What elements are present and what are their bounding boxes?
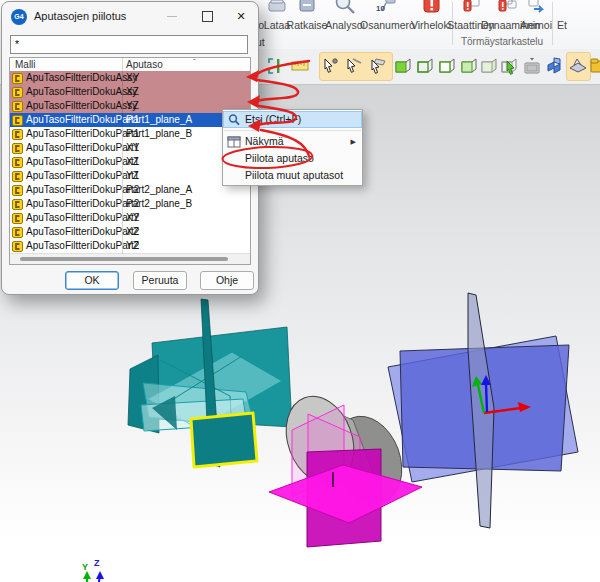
fit-view-icon[interactable]: [265, 56, 285, 76]
view-axis-triad: Y Z: [82, 558, 104, 582]
table-header[interactable]: Malli Aputaso ˆ: [10, 58, 250, 72]
library-icon[interactable]: [590, 56, 600, 76]
menu-item-find[interactable]: Etsi (Ctrl+F): [223, 111, 362, 128]
view-visible-edges-icon[interactable]: [437, 56, 457, 76]
plane-name: Part2_plane_A: [126, 183, 192, 197]
display-options-icon[interactable]: [522, 56, 542, 76]
reference-plane-icon: [12, 241, 23, 252]
cancel-button[interactable]: Peruuta: [133, 271, 187, 290]
menu-item-hide-other-planes[interactable]: Piilota muut aputasot: [223, 167, 362, 184]
menu-item-view[interactable]: Näkymä ▶: [223, 133, 362, 150]
teal-plane-group: [128, 299, 292, 467]
view-hidden-edges-icon[interactable]: [415, 56, 435, 76]
plane-name: XZ: [126, 225, 139, 239]
table-row[interactable]: ApuTasoFiltteriDokuPart2 XY: [10, 211, 250, 225]
dialog-title: Aputasojen piilotus: [34, 10, 126, 22]
search-icon: [227, 113, 241, 126]
column-header-aputaso[interactable]: Aputaso: [126, 59, 163, 70]
reference-plane-icon: [12, 87, 23, 98]
plane-table-body: ApuTasoFiltteriDokuAssy XY ApuTasoFiltte…: [10, 71, 250, 254]
view-shaded-edges-icon[interactable]: [459, 56, 479, 76]
ribbon-button-partial-right[interactable]: Et: [557, 19, 599, 31]
sort-indicator: ˆ: [193, 57, 196, 66]
plane-name: Part1_plane_B: [126, 127, 192, 141]
analyze-magnifier-icon: [333, 0, 357, 16]
model-name: ApuTasoFiltteriDokuAssy: [26, 71, 137, 85]
app-icon: G4: [11, 9, 27, 25]
reference-plane-icon: [12, 115, 23, 126]
table-row[interactable]: ApuTasoFiltteriDokuPart1 XY: [10, 141, 250, 155]
table-row[interactable]: ApuTasoFiltteriDokuAssy XZ: [10, 85, 250, 99]
view-shaded-icon[interactable]: [479, 56, 499, 76]
plane-name: XZ: [126, 155, 139, 169]
select-from-graphics-icon[interactable]: [499, 56, 519, 76]
ribbon-button-animoi[interactable]: Animoi: [516, 0, 556, 32]
select-edge-icon[interactable]: [344, 56, 364, 76]
view-grid-icon: [227, 135, 241, 148]
dialog-titlebar[interactable]: G4 Aputasojen piilotus ✕: [2, 2, 258, 32]
model-name: ApuTasoFiltteriDokuAssy: [26, 85, 137, 99]
view-wireframe-icon[interactable]: [393, 56, 413, 76]
table-row[interactable]: ApuTasoFiltteriDokuPart1 XZ: [10, 155, 250, 169]
solve-icon: [296, 0, 318, 16]
blue-plane-group: [388, 293, 578, 528]
svg-text:10: 10: [376, 4, 385, 13]
table-row[interactable]: ApuTasoFiltteriDokuPart2 Part2_plane_B: [10, 197, 250, 211]
table-row[interactable]: ApuTasoFiltteriDokuPart2 YZ: [10, 239, 250, 253]
column-header-malli[interactable]: Malli: [15, 59, 36, 70]
menu-separator: [224, 130, 361, 131]
ribbon-group-label: Törmäystarkastelu: [452, 36, 552, 47]
reference-plane-icon: [12, 227, 23, 238]
maximize-button[interactable]: [196, 6, 218, 26]
help-button[interactable]: Ohje: [200, 271, 254, 290]
sheet-step-icon[interactable]: [545, 56, 565, 76]
reference-plane-icon: [12, 101, 23, 112]
table-row[interactable]: ApuTasoFiltteriDokuPart1 YZ: [10, 169, 250, 183]
horizontal-scrollbar[interactable]: [10, 253, 250, 264]
menu-item-hide-plane[interactable]: Piilota aputaso: [223, 150, 362, 167]
reference-plane-icon: [12, 199, 23, 210]
plane-name: YZ: [126, 169, 139, 183]
reference-plane-icon: [12, 157, 23, 168]
ok-button[interactable]: OK: [65, 271, 119, 290]
ribbon-separator: [552, 2, 553, 45]
select-vertex-icon[interactable]: [321, 56, 341, 76]
filter-input[interactable]: [10, 35, 248, 54]
reference-plane-icon: [12, 129, 23, 140]
plane-name: Part1_plane_A: [126, 113, 192, 127]
reference-plane-icon: [12, 213, 23, 224]
minimize-button[interactable]: [162, 6, 184, 26]
table-row[interactable]: ApuTasoFiltteriDokuPart1 Part1_plane_A: [10, 113, 250, 127]
plane-name: XY: [126, 141, 139, 155]
scrollbar-thumb[interactable]: [20, 257, 228, 261]
table-row[interactable]: ApuTasoFiltteriDokuAssy XY: [10, 71, 250, 85]
animate-icon: [525, 0, 547, 16]
plane-name: Part2_plane_B: [126, 197, 192, 211]
column-divider: [122, 58, 123, 254]
table-row[interactable]: ApuTasoFiltteriDokuAssy YZ: [10, 99, 250, 113]
static-check-icon: [460, 0, 482, 16]
reference-plane-icon: [12, 171, 23, 182]
submenu-arrow-icon: ▶: [351, 133, 356, 150]
ribbon-button-osanumero[interactable]: 10 Osanumero: [360, 0, 412, 32]
measure-ruler-icon[interactable]: [290, 56, 310, 76]
selected-plane: [191, 413, 257, 467]
context-menu: Etsi (Ctrl+F) Näkymä ▶ Piilota aputaso P…: [222, 109, 363, 186]
reference-plane-icon: [12, 143, 23, 154]
plane-name: XY: [126, 71, 139, 85]
show-reference-planes-icon[interactable]: [568, 56, 588, 76]
select-face-icon[interactable]: [368, 56, 388, 76]
axis-y-label: Y: [82, 562, 88, 572]
axis-z-label: Z: [94, 558, 100, 568]
table-row[interactable]: ApuTasoFiltteriDokuPart1 Part1_plane_B: [10, 127, 250, 141]
table-row[interactable]: ApuTasoFiltteriDokuPart2 XZ: [10, 225, 250, 239]
plane-name: XZ: [126, 85, 139, 99]
plane-name: XY: [126, 211, 139, 225]
hide-planes-dialog: G4 Aputasojen piilotus ✕ Malli Aputaso ˆ…: [1, 1, 259, 295]
plane-name: YZ: [126, 99, 139, 113]
table-row[interactable]: ApuTasoFiltteriDokuPart2 Part2_plane_A: [10, 183, 250, 197]
reference-plane-icon: [12, 185, 23, 196]
plane-name: YZ: [126, 239, 139, 253]
close-button[interactable]: ✕: [230, 6, 252, 26]
part-number-icon: 10: [373, 0, 399, 16]
